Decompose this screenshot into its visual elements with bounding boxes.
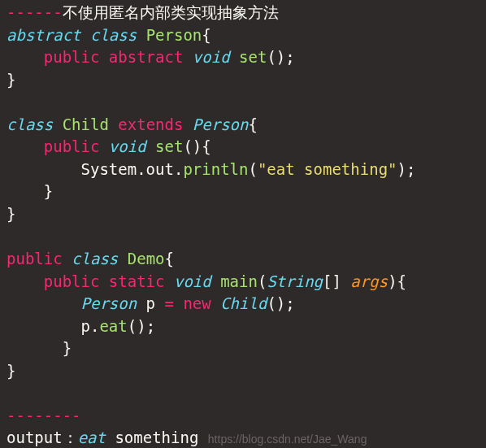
tail: (){ <box>183 137 210 155</box>
type-child: Child <box>220 294 267 312</box>
rparen: ); <box>397 160 416 178</box>
output-eat: eat <box>78 428 106 446</box>
brace: { <box>248 115 257 133</box>
brace: { <box>165 250 174 267</box>
kw-class: class <box>72 250 118 267</box>
kw-public: public <box>44 272 100 290</box>
code-block: ------不使用匿名内部类实现抽象方法 abstract class Pers… <box>0 0 486 448</box>
method-set: set <box>239 48 267 66</box>
lparen: ( <box>258 272 267 290</box>
method-eat: eat <box>99 317 127 335</box>
kw-extends: extends <box>118 115 183 133</box>
kw-class: class <box>7 115 53 133</box>
kw-void: void <box>174 272 211 290</box>
watermark: https://blog.csdn.net/Jae_Wang <box>208 433 367 446</box>
kw-class: class <box>90 26 137 44</box>
output-label: output： <box>7 428 78 446</box>
type-person: Person <box>193 115 249 133</box>
kw-new: new <box>183 294 210 312</box>
dashes: ------ <box>7 3 63 21</box>
kw-void: void <box>109 137 146 155</box>
tail: (); <box>267 48 294 66</box>
type-string: String <box>267 272 323 290</box>
var-p: p <box>81 317 90 335</box>
dashes: -------- <box>7 407 81 424</box>
tail: (); <box>128 317 155 335</box>
kw-abstract: abstract <box>109 48 184 66</box>
kw-public: public <box>7 250 63 267</box>
dot: . <box>90 317 99 335</box>
param-args: args <box>350 272 388 290</box>
tail: (); <box>267 294 294 312</box>
kw-abstract: abstract <box>7 26 81 44</box>
brackets: [] <box>323 272 350 290</box>
brace: } <box>7 71 15 89</box>
class-child: Child <box>63 115 109 133</box>
rparen: ){ <box>388 272 406 290</box>
kw-public: public <box>44 48 100 66</box>
method-println: println <box>183 160 248 178</box>
kw-void: void <box>193 48 230 66</box>
method-main: main <box>220 272 258 290</box>
class-demo: Demo <box>128 250 165 267</box>
class-person: Person <box>146 26 202 44</box>
type-person: Person <box>81 294 137 312</box>
lparen: ( <box>248 160 257 178</box>
brace: { <box>202 26 210 44</box>
string-literal: "eat something" <box>258 160 397 178</box>
output-something: something <box>106 428 198 446</box>
dot: . <box>137 160 145 178</box>
brace: } <box>44 182 53 200</box>
var-p: p <box>137 294 164 312</box>
op-eq: = <box>164 294 173 312</box>
method-set: set <box>155 137 183 155</box>
brace: } <box>7 205 15 223</box>
dot: . <box>174 160 183 178</box>
ident-system: System <box>81 160 137 178</box>
kw-public: public <box>44 137 100 155</box>
kw-static: static <box>109 272 165 290</box>
brace: } <box>7 362 15 380</box>
ident-out: out <box>146 160 174 178</box>
brace: } <box>63 339 72 357</box>
comment-cn: 不使用匿名内部类实现抽象方法 <box>63 3 279 21</box>
